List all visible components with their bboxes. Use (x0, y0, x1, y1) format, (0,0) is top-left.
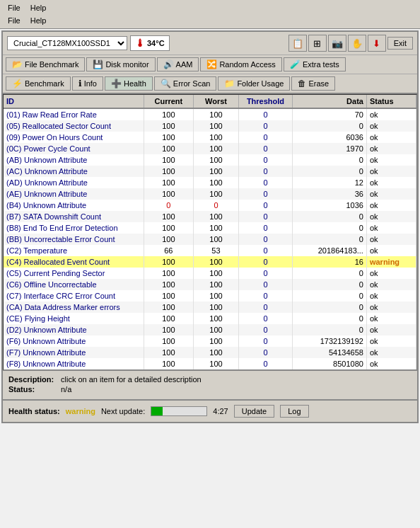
table-row[interactable]: (C5) Current Pending Sector 100 100 0 0 … (4, 268, 416, 279)
cell-current: 100 (144, 347, 193, 358)
toolbar3: ⚡ Benchmark ℹ Info ➕ Health 🔍 Error Scan… (3, 74, 417, 94)
disk-monitor-icon: 💾 (93, 59, 103, 69)
table-row[interactable]: (AE) Unknown Attribute 100 100 0 36 ok (4, 188, 416, 200)
grid-icon-btn[interactable]: ⊞ (308, 35, 327, 52)
table-row[interactable]: (B4) Unknown Attribute 0 0 0 1036 ok (4, 200, 416, 211)
error-scan-icon: 🔍 (161, 79, 171, 88)
cell-worst: 100 (193, 290, 238, 302)
table-row[interactable]: (01) Raw Read Error Rate 100 100 0 70 ok (4, 108, 416, 120)
cell-worst: 100 (193, 166, 238, 177)
time-remaining: 4:27 (213, 407, 228, 415)
menu-help-2[interactable]: Help (28, 16, 49, 25)
info-icon: ℹ (78, 79, 82, 88)
table-row[interactable]: (B8) End To End Error Detection 100 100 … (4, 222, 416, 234)
download-icon-btn[interactable]: ⬇ (368, 35, 386, 52)
toolbar1: Crucial_CT128MX100SSD1 (128 GB) 🌡 34°C 📋… (3, 32, 417, 55)
cell-data: 1732139192 (292, 335, 366, 347)
cell-worst: 100 (193, 324, 238, 335)
cell-current: 100 (144, 108, 193, 120)
tab-info-label: Info (84, 79, 97, 88)
cell-id: (C2) Temperature (4, 245, 144, 256)
cell-threshold: 0 (239, 177, 293, 188)
table-row[interactable]: (05) Reallocated Sector Count 100 100 0 … (4, 120, 416, 132)
table-row[interactable]: (B7) SATA Downshift Count 100 100 0 0 ok (4, 211, 416, 222)
menu-help-1[interactable]: Help (28, 3, 49, 13)
tab-disk-monitor[interactable]: 💾 Disk monitor (86, 57, 155, 71)
table-row[interactable]: (F7) Unknown Attribute 100 100 0 5413465… (4, 347, 416, 358)
hand-icon-btn[interactable]: ✋ (348, 35, 366, 52)
health-status-label: Health status: (8, 407, 60, 415)
tab-extra-tests[interactable]: 🧪 Extra tests (284, 57, 346, 71)
table-header-row: ID Current Worst Threshold Data Status (4, 95, 416, 108)
table-row[interactable]: (BB) Uncorrectable Error Count 100 100 0… (4, 234, 416, 245)
tab-info[interactable]: ℹ Info (72, 76, 103, 91)
table-row[interactable]: (C4) Reallocated Event Count 100 100 0 1… (4, 256, 416, 268)
cell-current: 100 (144, 154, 193, 166)
tab-benchmark[interactable]: ⚡ Benchmark (6, 76, 71, 91)
cell-data: 0 (292, 166, 366, 177)
table-row[interactable]: (CE) Flying Height 100 100 0 0 ok (4, 313, 416, 324)
benchmark-icon: ⚡ (12, 79, 23, 88)
copy-icon-btn[interactable]: 📋 (288, 35, 307, 52)
cell-worst: 100 (193, 211, 238, 222)
table-row[interactable]: (CA) Data Address Marker errors 100 100 … (4, 302, 416, 313)
update-button[interactable]: Update (234, 405, 274, 418)
tab-file-benchmark[interactable]: 📂 File Benchmark (6, 57, 85, 71)
cell-status: ok (366, 234, 416, 245)
table-row[interactable]: (AB) Unknown Attribute 100 100 0 0 ok (4, 154, 416, 166)
table-row[interactable]: (AC) Unknown Attribute 100 100 0 0 ok (4, 166, 416, 177)
cell-status: ok (366, 245, 416, 256)
cell-id: (05) Reallocated Sector Count (4, 120, 144, 132)
cell-current: 100 (144, 324, 193, 335)
exit-button[interactable]: Exit (387, 37, 413, 50)
erase-icon: 🗑 (298, 79, 306, 88)
table-row[interactable]: (D2) Unknown Attribute 100 100 0 0 ok (4, 324, 416, 335)
cell-current: 100 (144, 120, 193, 132)
menu-bar-2: File Help (3, 14, 417, 27)
cell-id: (B7) SATA Downshift Count (4, 211, 144, 222)
cell-data: 0 (292, 154, 366, 166)
tab-aam[interactable]: 🔊 AAM (157, 57, 199, 71)
menu-file-2[interactable]: File (6, 16, 23, 25)
table-row[interactable]: (0C) Power Cycle Count 100 100 0 1970 ok (4, 143, 416, 154)
tab-erase-label: Erase (308, 79, 329, 88)
cell-threshold: 0 (239, 324, 293, 335)
camera-icon-btn[interactable]: 📷 (328, 35, 346, 52)
table-row[interactable]: (F6) Unknown Attribute 100 100 0 1732139… (4, 335, 416, 347)
cell-current: 66 (144, 245, 193, 256)
table-row[interactable]: (C2) Temperature 66 53 0 201864183... ok (4, 245, 416, 256)
cell-data: 1970 (292, 143, 366, 154)
cell-worst: 100 (193, 358, 238, 369)
tab-error-scan[interactable]: 🔍 Error Scan (154, 76, 217, 91)
table-row[interactable]: (AD) Unknown Attribute 100 100 0 12 ok (4, 177, 416, 188)
cell-status: ok (366, 358, 416, 369)
table-row[interactable]: (09) Power On Hours Count 100 100 0 6036… (4, 132, 416, 143)
cell-threshold: 0 (239, 143, 293, 154)
cell-current: 100 (144, 188, 193, 200)
tab-health[interactable]: ➕ Health (105, 76, 153, 91)
tab-folder-usage[interactable]: 📁 Folder Usage (218, 76, 290, 91)
menu-file-1[interactable]: File (6, 3, 23, 13)
main-window: Crucial_CT128MX100SSD1 (128 GB) 🌡 34°C 📋… (1, 30, 419, 423)
cell-status: ok (366, 154, 416, 166)
cell-threshold: 0 (239, 358, 293, 369)
cell-status: ok (366, 290, 416, 302)
cell-id: (C7) Interface CRC Error Count (4, 290, 144, 302)
cell-id: (0C) Power Cycle Count (4, 143, 144, 154)
cell-worst: 100 (193, 177, 238, 188)
table-row[interactable]: (C7) Interface CRC Error Count 100 100 0… (4, 290, 416, 302)
cell-status: ok (366, 302, 416, 313)
device-selector[interactable]: Crucial_CT128MX100SSD1 (128 GB) (7, 36, 127, 50)
cell-status: ok (366, 222, 416, 234)
log-button[interactable]: Log (280, 405, 308, 418)
cell-status: ok (366, 211, 416, 222)
cell-threshold: 0 (239, 154, 293, 166)
cell-worst: 100 (193, 143, 238, 154)
table-row[interactable]: (F8) Unknown Attribute 100 100 0 8501080… (4, 358, 416, 369)
table-row[interactable]: (C6) Offline Uncorrectable 100 100 0 0 o… (4, 279, 416, 290)
description-area: Description: click on an item for a deta… (3, 370, 417, 399)
random-access-icon: 🔀 (206, 59, 217, 69)
cell-id: (C6) Offline Uncorrectable (4, 279, 144, 290)
tab-random-access[interactable]: 🔀 Random Access (200, 57, 281, 71)
tab-erase[interactable]: 🗑 Erase (291, 76, 335, 91)
